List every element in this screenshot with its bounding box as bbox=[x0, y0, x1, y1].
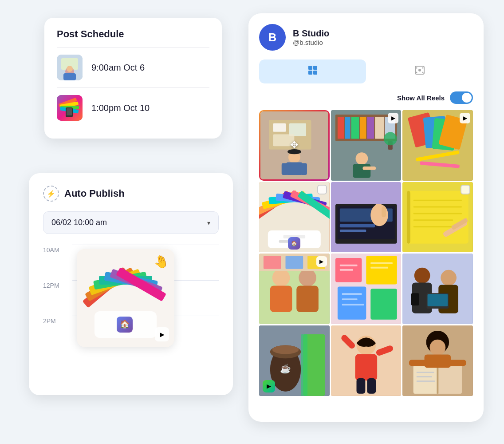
grid-cell-featured[interactable]: ✥ bbox=[259, 110, 330, 181]
timeline-image-card[interactable]: 🏠 🤚 ▶ bbox=[77, 249, 174, 347]
svg-rect-136 bbox=[355, 354, 377, 381]
time-labels: 10AM 12PM 2PM bbox=[43, 245, 65, 351]
grid-cell-7[interactable]: ▶ bbox=[259, 254, 330, 324]
schedule-thumb-2 bbox=[57, 95, 83, 121]
tab-reels[interactable] bbox=[366, 59, 473, 83]
reels-label: Show All Reels bbox=[397, 94, 445, 102]
svg-rect-90 bbox=[407, 191, 410, 244]
cell-bg-8 bbox=[331, 254, 402, 324]
grid-cell-2[interactable]: ▶ bbox=[331, 110, 402, 181]
bstudio-avatar: B bbox=[259, 24, 286, 51]
tab-grid[interactable] bbox=[259, 59, 366, 83]
svg-rect-27 bbox=[308, 71, 312, 75]
svg-rect-84 bbox=[339, 230, 366, 232]
cell-bg-4: 🏠 bbox=[259, 182, 330, 253]
schedule-item-2: 1:00pm Oct 10 bbox=[57, 88, 209, 128]
svg-point-34 bbox=[422, 72, 423, 73]
cell-bg-9 bbox=[402, 254, 473, 324]
reel-badge-7: ▶ bbox=[316, 256, 327, 267]
schedule-time-1: 9:00am Oct 6 bbox=[91, 63, 145, 73]
auto-publish-header: ⚡ Auto Publish bbox=[43, 186, 219, 202]
move-icon: ✥ bbox=[290, 139, 298, 151]
time-label-2pm: 2PM bbox=[43, 316, 65, 351]
date-dropdown[interactable]: 06/02 10:00 am ▾ bbox=[43, 211, 219, 234]
svg-rect-151 bbox=[417, 381, 435, 382]
avatar-letter: B bbox=[268, 31, 277, 44]
svg-rect-112 bbox=[339, 265, 357, 266]
grid-icon bbox=[307, 65, 318, 78]
grid-cell-6[interactable] bbox=[402, 182, 473, 253]
svg-rect-109 bbox=[366, 256, 397, 284]
svg-rect-133 bbox=[301, 334, 307, 396]
svg-rect-146 bbox=[413, 365, 438, 393]
svg-point-31 bbox=[416, 67, 417, 69]
grid-cell-12[interactable] bbox=[402, 325, 473, 396]
svg-rect-150 bbox=[417, 376, 432, 377]
grid-cell-4[interactable]: 🏠 bbox=[259, 182, 330, 253]
reel-badge-3: ▶ bbox=[460, 113, 470, 123]
svg-rect-59 bbox=[362, 166, 376, 170]
lightning-icon: ⚡ bbox=[43, 186, 59, 202]
svg-rect-87 bbox=[382, 206, 386, 217]
cell-bg-2: ▶ bbox=[331, 110, 402, 181]
svg-rect-100 bbox=[270, 286, 292, 312]
grid-cell-9[interactable] bbox=[402, 254, 473, 324]
cell-bg-7: ▶ bbox=[259, 254, 330, 324]
svg-rect-110 bbox=[338, 287, 366, 320]
toggle-reels[interactable] bbox=[450, 91, 473, 104]
toggle-knob bbox=[462, 93, 472, 103]
svg-point-101 bbox=[299, 269, 316, 287]
cell-bg-5 bbox=[331, 182, 402, 253]
timeline-lines: 🏠 🤚 ▶ bbox=[72, 245, 219, 351]
svg-rect-140 bbox=[367, 378, 376, 394]
svg-point-3 bbox=[67, 66, 73, 72]
svg-rect-139 bbox=[356, 378, 365, 394]
svg-point-144 bbox=[430, 340, 446, 356]
tabs-row bbox=[259, 59, 473, 83]
cell-bg-10: ☕ ▶ bbox=[259, 325, 330, 396]
timeline-area: 10AM 12PM 2PM bbox=[43, 245, 219, 351]
svg-rect-92 bbox=[413, 206, 462, 207]
post-schedule-card: Post Schedule 9:00am Oct 6 bbox=[44, 18, 222, 139]
svg-point-120 bbox=[414, 268, 430, 284]
svg-point-56 bbox=[384, 132, 397, 146]
grid-cell-3[interactable]: ▶ bbox=[402, 110, 473, 181]
svg-text:☕: ☕ bbox=[280, 363, 291, 374]
svg-rect-116 bbox=[342, 293, 362, 295]
bstudio-info: B Studio @b.studio bbox=[293, 28, 329, 46]
grid-cell-5[interactable] bbox=[331, 182, 402, 253]
svg-rect-26 bbox=[313, 66, 317, 70]
svg-rect-118 bbox=[342, 304, 364, 305]
svg-rect-147 bbox=[438, 365, 462, 393]
post-schedule-title: Post Schedule bbox=[57, 28, 209, 40]
schedule-thumb-1 bbox=[57, 55, 83, 80]
svg-rect-37 bbox=[273, 123, 286, 132]
svg-rect-126 bbox=[411, 293, 419, 306]
svg-rect-104 bbox=[264, 256, 281, 269]
svg-rect-117 bbox=[342, 298, 357, 300]
svg-rect-51 bbox=[360, 117, 366, 139]
svg-rect-153 bbox=[409, 360, 427, 366]
bstudio-header: B B Studio @b.studio bbox=[259, 24, 473, 51]
svg-rect-48 bbox=[338, 117, 344, 139]
bstudio-handle: @b.studio bbox=[293, 39, 329, 46]
svg-rect-86 bbox=[375, 204, 379, 217]
grid-cell-8[interactable] bbox=[331, 254, 402, 324]
svg-text:🏠: 🏠 bbox=[120, 319, 130, 329]
schedule-item-1: 9:00am Oct 6 bbox=[57, 48, 209, 88]
svg-point-57 bbox=[355, 152, 368, 165]
svg-rect-111 bbox=[370, 289, 397, 320]
grid-cell-10[interactable]: ☕ ▶ bbox=[259, 325, 330, 396]
svg-rect-43 bbox=[301, 163, 307, 175]
svg-rect-113 bbox=[339, 269, 353, 271]
time-label-12pm: 12PM bbox=[43, 280, 65, 316]
svg-point-33 bbox=[416, 72, 417, 73]
svg-rect-49 bbox=[345, 117, 350, 139]
svg-rect-42 bbox=[282, 163, 288, 175]
svg-rect-38 bbox=[289, 123, 306, 136]
svg-rect-58 bbox=[353, 164, 370, 178]
auto-publish-title: Auto Publish bbox=[64, 188, 125, 199]
play-badge: ▶ bbox=[155, 327, 169, 341]
grid-cell-11[interactable] bbox=[331, 325, 402, 396]
svg-rect-89 bbox=[407, 191, 469, 244]
